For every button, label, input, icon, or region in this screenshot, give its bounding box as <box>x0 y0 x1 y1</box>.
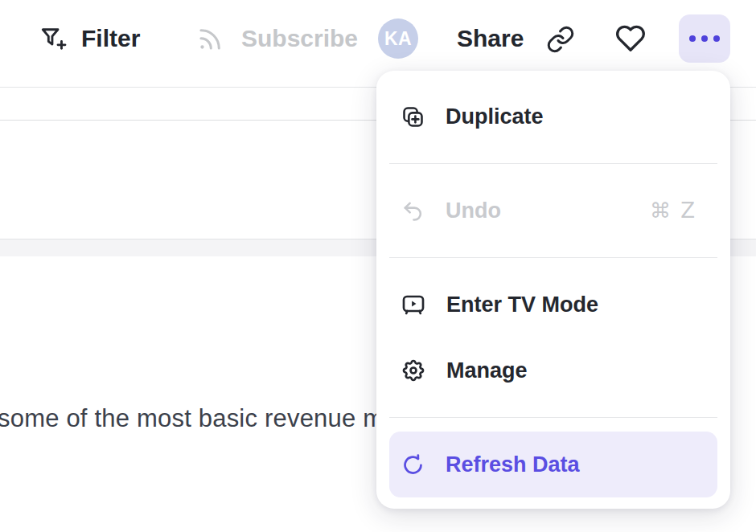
menu-item-label: Enter TV Mode <box>446 294 598 316</box>
gear-icon <box>401 358 426 383</box>
more-options-button[interactable] <box>679 14 730 63</box>
menu-item-label: Undo <box>446 200 501 222</box>
avatar-initials: KA <box>384 28 412 50</box>
refresh-icon <box>401 452 425 477</box>
menu-item-duplicate[interactable]: Duplicate <box>389 84 717 149</box>
menu-item-enter-tv-mode[interactable]: Enter TV Mode <box>389 272 717 338</box>
subscribe-button[interactable]: Subscribe <box>195 19 358 58</box>
menu-divider <box>389 417 717 418</box>
heart-icon <box>614 22 647 55</box>
menu-item-label: Refresh Data <box>446 454 580 476</box>
dashboard-text-snippet: some of the most basic revenue m <box>0 404 384 433</box>
share-button[interactable]: Share <box>457 19 524 58</box>
tv-icon <box>401 292 426 317</box>
menu-item-label: Manage <box>446 360 528 382</box>
menu-item-undo: Undo ⌘ Z <box>389 178 717 243</box>
avatar[interactable]: KA <box>378 18 418 59</box>
dashboard-toolbar: Filter Subscribe KA Share <box>0 0 756 77</box>
undo-icon <box>401 198 425 223</box>
ellipsis-icon <box>689 35 720 42</box>
share-link-icon <box>546 25 575 54</box>
filter-label: Filter <box>81 27 140 51</box>
subscribe-label: Subscribe <box>241 27 358 51</box>
rss-icon <box>195 24 225 54</box>
favorite-button[interactable] <box>614 20 647 57</box>
more-options-menu: Duplicate Undo ⌘ Z Enter TV Mode <box>376 71 730 509</box>
menu-item-refresh-data[interactable]: Refresh Data <box>389 432 717 497</box>
menu-item-manage[interactable]: Manage <box>389 338 717 403</box>
copy-link-button[interactable] <box>546 22 575 57</box>
menu-divider <box>389 163 717 164</box>
filter-button[interactable]: Filter <box>39 19 140 58</box>
share-label: Share <box>457 27 524 51</box>
undo-shortcut: ⌘ Z <box>650 198 696 223</box>
duplicate-icon <box>401 104 425 129</box>
menu-item-label: Duplicate <box>446 106 544 128</box>
filter-plus-icon <box>39 24 68 53</box>
menu-divider <box>389 257 717 258</box>
